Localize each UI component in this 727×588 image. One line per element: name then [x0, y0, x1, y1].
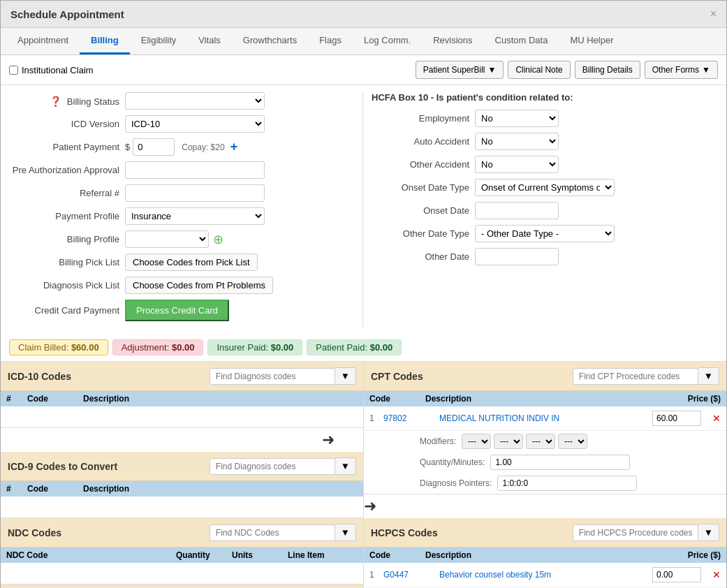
modifier-4-select[interactable]: ---	[558, 434, 587, 449]
employment-select[interactable]: NoYes	[475, 110, 559, 127]
icd-version-select[interactable]: ICD-10 ICD-9	[125, 115, 265, 133]
cpt-title: CPT Codes	[371, 371, 423, 382]
arrow-right-icon-2: ➜	[364, 497, 376, 515]
icd10-find-input[interactable]	[210, 368, 335, 385]
icd9-col-desc: Description	[83, 484, 358, 494]
payment-profile-select[interactable]: Insurance Self Pay	[125, 207, 265, 225]
hcpcs-find-input[interactable]	[573, 524, 698, 541]
billing-status-label: ❓ Billing Status	[8, 96, 119, 107]
onset-date-type-select[interactable]: Onset of Current Symptoms o Other Date T…	[475, 179, 615, 196]
ndc-header-bar: NDC Codes ▼	[1, 518, 363, 547]
cpt-find-input[interactable]	[573, 368, 698, 385]
hcpcs-find-dropdown[interactable]: ▼	[698, 524, 719, 541]
tab-vitals[interactable]: Vitals	[187, 28, 232, 54]
tab-bar: Appointment Billing Eligibility Vitals G…	[1, 28, 726, 55]
icd9-col-hash: #	[6, 484, 27, 494]
tab-billing[interactable]: Billing	[80, 28, 130, 54]
cpt-row-1-remove-icon[interactable]: ✕	[712, 413, 721, 424]
patient-payment-row: Patient Payment $ Copay: $20 +	[8, 138, 355, 156]
adjustment: Adjustment: $0.00	[112, 339, 204, 355]
close-icon[interactable]: ×	[710, 8, 717, 20]
cpt-row-1-code[interactable]: 97802	[383, 413, 439, 423]
hcpcs-col-code: Code	[369, 550, 425, 560]
payment-profile-row: Payment Profile Insurance Self Pay	[8, 207, 355, 225]
billing-status-select[interactable]	[125, 92, 265, 110]
tab-custom-data[interactable]: Custom Data	[484, 28, 559, 54]
add-billing-profile-icon[interactable]: ⊕	[213, 232, 223, 247]
diagnosis-pick-list-button[interactable]: Choose Codes from Pt Problems	[125, 277, 273, 294]
payment-profile-label: Payment Profile	[8, 211, 119, 221]
cpt-col-price: Price ($)	[651, 394, 721, 404]
other-date-input[interactable]	[475, 248, 559, 265]
icd9-col-code: Code	[27, 484, 83, 494]
modal-title: Schedule Appointment	[10, 8, 124, 20]
tab-appointment[interactable]: Appointment	[6, 28, 80, 54]
referral-row: Referral #	[8, 184, 355, 202]
ndc-find-input[interactable]	[210, 524, 335, 541]
tab-log-comm[interactable]: Log Comm.	[353, 28, 422, 54]
other-accident-select[interactable]: NoYes	[475, 156, 559, 173]
ndc-title: NDC Codes	[8, 527, 61, 538]
pre-auth-input[interactable]	[125, 161, 265, 179]
hcpcs-row-1-code[interactable]: G0447	[383, 570, 439, 580]
other-date-type-select[interactable]: - Other Date Type - Onset of Current Sym…	[475, 225, 615, 242]
hcpcs-row-1-remove-icon[interactable]: ✕	[712, 569, 721, 580]
modifier-1-select[interactable]: ---	[462, 434, 491, 449]
cpt-find-dropdown[interactable]: ▼	[698, 367, 719, 385]
tab-mu-helper[interactable]: MU Helper	[559, 28, 624, 54]
diagnosis-pointers-input[interactable]	[497, 476, 637, 491]
cpt-row-1-num: 1	[369, 413, 383, 423]
hcpcs-row-1-price-input[interactable]	[652, 567, 701, 582]
icd9-find-input[interactable]	[210, 458, 335, 475]
other-date-row: Other Date	[372, 248, 719, 265]
tab-flags[interactable]: Flags	[308, 28, 353, 54]
clinical-note-button[interactable]: Clinical Note	[508, 61, 570, 79]
icd9-find-dropdown[interactable]: ▼	[335, 457, 356, 475]
hcfa-panel: HCFA Box 10 - Is patient's condition rel…	[362, 92, 719, 327]
onset-date-type-label: Onset Date Type	[372, 182, 469, 193]
billing-status-help-icon[interactable]: ❓	[50, 96, 61, 107]
onset-date-row: Onset Date	[372, 202, 719, 219]
modifier-3-select[interactable]: ---	[526, 434, 555, 449]
dollar-sign: $	[125, 142, 130, 152]
auto-accident-select[interactable]: NoYes	[475, 133, 559, 150]
hcpcs-row-1-desc: Behavior counsel obesity 15m	[439, 570, 652, 580]
cpt-row-1-price-input-group	[652, 411, 708, 426]
tab-growthcharts[interactable]: Growthcharts	[232, 28, 308, 54]
employment-row: Employment NoYes	[372, 110, 719, 127]
patient-superbill-button[interactable]: Patient SuperBill ▼	[416, 61, 504, 79]
other-accident-label: Other Accident	[372, 159, 469, 170]
other-forms-button[interactable]: Other Forms ▼	[645, 61, 718, 79]
codes-area: ICD-10 Codes ▼ # Code Description ➜	[1, 362, 726, 588]
ndc-find-dropdown[interactable]: ▼	[335, 524, 356, 541]
icd10-find-dropdown[interactable]: ▼	[335, 367, 356, 385]
patient-payment-input[interactable]	[133, 138, 175, 156]
hcpcs-header: HCPCS Codes ▼	[364, 518, 726, 547]
diagnosis-pick-list-row: Diagnosis Pick List Choose Codes from Pt…	[8, 277, 355, 294]
onset-date-type-row: Onset Date Type Onset of Current Symptom…	[372, 179, 719, 196]
billing-profile-input-group: ⊕	[125, 230, 223, 248]
billing-details-button[interactable]: Billing Details	[575, 61, 640, 79]
tab-revisions[interactable]: Revisions	[422, 28, 483, 54]
billing-pick-list-button[interactable]: Choose Codes from Pick List	[125, 253, 258, 271]
billing-profile-select[interactable]	[125, 230, 209, 248]
institutional-claim-checkbox[interactable]	[9, 66, 18, 75]
tab-eligibility[interactable]: Eligibility	[130, 28, 188, 54]
cpt-row-1-price-input[interactable]	[652, 411, 701, 426]
hcpcs-section: HCPCS Codes ▼ Code Description Price ($)…	[364, 518, 726, 588]
onset-date-input[interactable]	[475, 202, 559, 219]
ndc-section: NDC Codes ▼ NDC Code Quantity Units Line…	[1, 518, 363, 584]
add-payment-icon[interactable]: +	[230, 140, 238, 154]
hcpcs-row-1: 1 G0447 Behavior counsel obesity 15m ✕	[364, 563, 726, 587]
cpt-col-desc: Description	[425, 394, 651, 404]
other-date-label: Other Date	[372, 251, 469, 262]
referral-input[interactable]	[125, 184, 265, 202]
cpt-row-1-quantity: Quantity/Minutes:	[364, 452, 726, 473]
institutional-claim-label[interactable]: Institutional Claim	[9, 65, 94, 75]
modifier-2-select[interactable]: ---	[494, 434, 523, 449]
quantity-input[interactable]	[490, 455, 630, 470]
summary-bar: Claim Billed: $60.00 Adjustment: $0.00 I…	[1, 334, 726, 362]
process-credit-card-button[interactable]: Process Credit Card	[125, 300, 229, 321]
hcpcs-table-header: Code Description Price ($)	[364, 547, 726, 563]
auto-accident-row: Auto Accident NoYes	[372, 133, 719, 150]
